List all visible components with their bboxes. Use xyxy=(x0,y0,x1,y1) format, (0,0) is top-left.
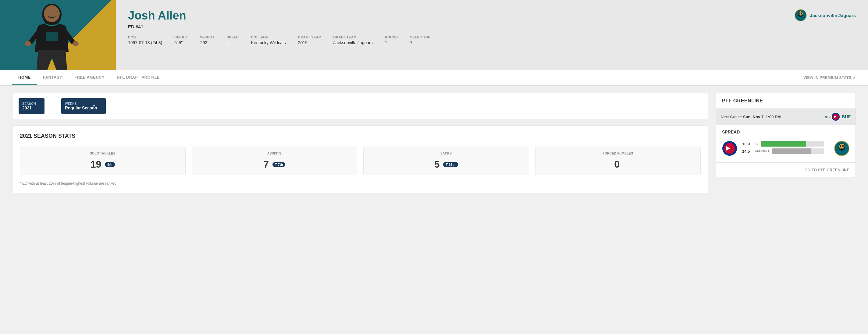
right-panel: PFF GREENLINE Next Game: Sun, Nov 7, 1:0… xyxy=(716,93,856,193)
solo-tackles-box: SOLO TACKLES 19 9th xyxy=(20,147,186,175)
left-panel: SEASON 2021 SEASON 2021 WEEKS Regular Se… xyxy=(12,93,708,193)
vs-label: vs xyxy=(825,114,830,119)
nav-tabs: HOME FANTASY FREE AGENCY NFL DRAFT PROFI… xyxy=(12,70,166,85)
greenline-footer: GO TO PFF GREENLINE xyxy=(716,162,856,177)
spread-title: SPREAD xyxy=(722,129,849,134)
stats-footnote: * ED with at least 20% of league-highest… xyxy=(20,181,701,186)
next-game-bar: Next Game: Sun, Nov 7, 1:00 PM vs BUF xyxy=(716,109,856,125)
team-name[interactable]: Jacksonville Jaguars xyxy=(810,13,856,18)
selection-label: SELECTION xyxy=(410,35,431,39)
college-label: COLLEGE xyxy=(251,35,286,39)
jaguars-logo-large xyxy=(834,141,849,156)
speed-label: SPEED xyxy=(227,35,239,39)
pff-value: 13.9 xyxy=(742,142,753,146)
forced-fumbles-label: FORCED FUMBLES xyxy=(540,152,696,155)
market-value: 14.5 xyxy=(742,149,753,154)
pff-bar-row: 13.9 🛡 xyxy=(742,141,824,147)
vs-team: vs BUF xyxy=(825,113,850,121)
solo-tackles-value: 19 xyxy=(91,159,101,170)
tab-nfl-draft-profile[interactable]: NFL DRAFT PROFILE xyxy=(111,70,166,85)
height-value: 6' 5" xyxy=(174,40,188,45)
next-game-time: Sun, Nov 7, 1:00 PM xyxy=(743,115,781,119)
greenline-card: PFF GREENLINE Next Game: Sun, Nov 7, 1:0… xyxy=(716,93,856,177)
height-label: HEIGHT xyxy=(174,35,188,39)
spread-section: SPREAD 13.9 🛡 xyxy=(716,125,856,162)
svg-point-18 xyxy=(842,145,844,147)
premium-stats-link[interactable]: VIEW IN PREMIUM STATS ↗ xyxy=(803,75,856,80)
draft-year-stat: DRAFT YEAR 2019 xyxy=(298,35,321,45)
tab-home[interactable]: HOME xyxy=(12,70,37,85)
season-stats-card: 2021 SEASON STATS SOLO TACKLES 19 9th AS… xyxy=(12,125,708,193)
solo-tackles-label: SOLO TACKLES xyxy=(25,152,180,155)
season-stats-title: 2021 SEASON STATS xyxy=(20,133,701,139)
greenline-header: PFF GREENLINE xyxy=(716,93,856,109)
dob-stat: DOB 1997-07-13 (24.3) xyxy=(128,35,162,45)
bills-logo-large xyxy=(722,141,737,156)
greenline-cta-button[interactable]: GO TO PFF GREENLINE xyxy=(805,168,849,172)
stats-grid: SOLO TACKLES 19 9th ASSISTS 7 T-7th xyxy=(20,147,701,175)
sacks-value-row: 5 T-16th xyxy=(369,159,524,170)
draft-team-value: Jacksonville Jaguars xyxy=(334,40,373,45)
weight-value: 262 xyxy=(200,40,215,45)
pff-bar-fill xyxy=(761,141,806,147)
market-bar-fill xyxy=(772,148,811,154)
weight-stat: WEIGHT 262 xyxy=(200,35,215,45)
draft-year-value: 2019 xyxy=(298,40,321,45)
team-badge[interactable]: Jacksonville Jaguars xyxy=(795,9,856,21)
solo-tackles-value-row: 19 9th xyxy=(25,159,180,170)
assists-value: 7 xyxy=(263,159,269,170)
selection-stat: SELECTION 7 xyxy=(410,35,431,45)
bills-logo xyxy=(831,113,840,121)
filters-row: SEASON 2021 SEASON 2021 WEEKS Regular Se… xyxy=(12,93,708,119)
spread-divider xyxy=(829,139,829,157)
forced-fumbles-box: FORCED FUMBLES 0 xyxy=(535,147,701,175)
spread-visual: 13.9 🛡 14.5 MARKET xyxy=(722,139,849,157)
svg-point-9 xyxy=(801,12,802,14)
svg-point-8 xyxy=(799,12,800,14)
dob-value: 1997-07-13 (24.3) xyxy=(128,40,162,45)
weeks-select-wrapper[interactable]: WEEKS Regular Season WEEKS Regular Seaso… xyxy=(61,98,98,114)
pff-bar-container xyxy=(761,141,824,147)
weight-label: WEIGHT xyxy=(200,35,215,39)
pff-icon: 🛡 xyxy=(755,142,758,146)
season-select-wrapper[interactable]: SEASON 2021 SEASON 2021 xyxy=(19,98,55,114)
forced-fumbles-value-row: 0 xyxy=(540,159,696,170)
assists-label: ASSISTS xyxy=(197,152,352,155)
next-game-label: Next Game: xyxy=(721,115,742,119)
svg-point-1 xyxy=(44,5,60,22)
player-bio-stats: DOB 1997-07-13 (24.3) HEIGHT 6' 5" WEIGH… xyxy=(128,35,844,45)
assists-box: ASSISTS 7 T-7th xyxy=(192,147,358,175)
main-content: SEASON 2021 SEASON 2021 WEEKS Regular Se… xyxy=(0,86,868,201)
sacks-box: SACKS 5 T-16th xyxy=(363,147,529,175)
player-position: ED #41 xyxy=(128,24,844,29)
market-bar-container xyxy=(772,148,824,154)
assists-value-row: 7 T-7th xyxy=(197,159,352,170)
tab-fantasy[interactable]: FANTASY xyxy=(37,70,68,85)
svg-point-17 xyxy=(840,145,841,147)
next-game-text: Next Game: Sun, Nov 7, 1:00 PM xyxy=(721,115,781,119)
svg-point-3 xyxy=(25,41,31,46)
selection-value: 7 xyxy=(410,40,431,45)
svg-point-4 xyxy=(72,41,79,46)
assists-rank: T-7th xyxy=(273,162,285,167)
sacks-value: 5 xyxy=(434,159,440,170)
player-name: Josh Allen xyxy=(128,9,844,22)
vs-team-abbr: BUF xyxy=(842,114,850,119)
player-image-area xyxy=(0,0,116,70)
player-header: Josh Allen ED #41 DOB 1997-07-13 (24.3) … xyxy=(0,0,868,70)
forced-fumbles-value: 0 xyxy=(614,159,620,170)
round-stat: ROUND 1 xyxy=(385,35,398,45)
tab-free-agency[interactable]: FREE AGENCY xyxy=(68,70,111,85)
college-stat: COLLEGE Kentucky Wildcats xyxy=(251,35,286,45)
round-label: ROUND xyxy=(385,35,398,39)
nav-bar: HOME FANTASY FREE AGENCY NFL DRAFT PROFI… xyxy=(0,70,868,86)
jaguars-logo xyxy=(795,9,807,21)
solo-tackles-rank: 9th xyxy=(105,162,115,167)
player-photo xyxy=(9,3,94,70)
speed-value: — xyxy=(227,40,239,45)
sacks-rank: T-16th xyxy=(443,162,458,167)
market-bar-row: 14.5 MARKET xyxy=(742,148,824,154)
draft-team-stat: DRAFT TEAM Jacksonville Jaguars xyxy=(334,35,373,45)
round-value: 1 xyxy=(385,40,398,45)
greenline-title: PFF GREENLINE xyxy=(722,98,849,103)
